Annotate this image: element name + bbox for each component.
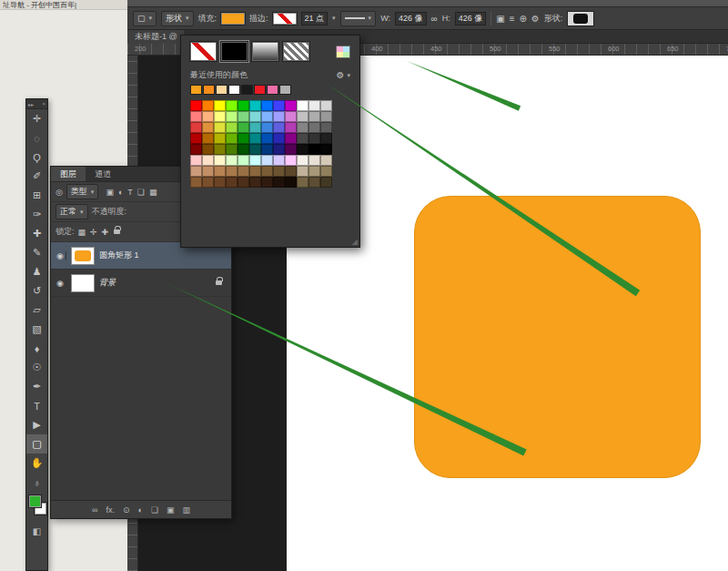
color-swatch[interactable]	[249, 144, 261, 155]
color-swatch[interactable]	[285, 122, 297, 133]
color-swatch[interactable]	[285, 155, 297, 166]
color-swatch[interactable]	[190, 100, 202, 111]
color-swatch[interactable]	[320, 155, 332, 166]
pixel-filter-icon[interactable]: ▣	[106, 188, 114, 197]
visibility-eye-icon[interactable]: ◉	[55, 251, 66, 260]
color-swatch[interactable]	[226, 144, 238, 155]
path-selection-tool[interactable]: ▶	[26, 415, 47, 434]
move-tool[interactable]: ✛	[26, 109, 47, 128]
color-swatch[interactable]	[261, 177, 273, 188]
color-swatch[interactable]	[273, 100, 285, 111]
layer-thumbnail[interactable]	[71, 274, 95, 292]
shape-filter-icon[interactable]: ❏	[137, 188, 145, 197]
tab-channels[interactable]: 通道	[86, 167, 120, 181]
color-swatch[interactable]	[249, 166, 261, 177]
resize-grip-icon[interactable]: ◢	[352, 238, 358, 246]
color-swatch[interactable]	[308, 155, 320, 166]
lock-all-icon[interactable]	[114, 229, 120, 234]
color-swatch[interactable]	[320, 177, 332, 188]
color-swatch[interactable]	[249, 100, 261, 111]
color-swatch[interactable]	[261, 111, 273, 122]
link-dimensions-icon[interactable]: ∞	[431, 14, 438, 24]
color-swatch[interactable]	[261, 155, 273, 166]
path-arrangement-icon[interactable]: ⊕	[519, 14, 526, 24]
color-swatch[interactable]	[320, 144, 332, 155]
new-group-icon[interactable]: ❏	[151, 505, 158, 515]
gradient-button[interactable]	[252, 42, 278, 61]
tool-preset-button[interactable]: ▢ ▾	[133, 11, 157, 26]
color-swatch[interactable]	[190, 166, 202, 177]
clone-stamp-tool[interactable]: ♟	[26, 262, 47, 281]
color-swatch[interactable]	[226, 133, 238, 144]
layer-style-icon[interactable]: fx.	[106, 505, 115, 515]
type-filter-icon[interactable]: T	[127, 188, 133, 197]
color-swatch[interactable]	[308, 177, 320, 188]
color-swatch[interactable]	[285, 166, 297, 177]
color-swatch[interactable]	[308, 166, 320, 177]
color-swatch[interactable]	[320, 100, 332, 111]
no-color-button[interactable]	[190, 42, 217, 61]
smart-object-filter-icon[interactable]: ▦	[149, 188, 157, 197]
foreground-color-swatch[interactable]	[29, 495, 41, 507]
color-swatch[interactable]	[214, 166, 226, 177]
pattern-button[interactable]	[283, 42, 309, 61]
color-swatch[interactable]	[273, 133, 285, 144]
color-swatch[interactable]	[190, 144, 202, 155]
custom-shape-preview[interactable]	[567, 11, 594, 26]
stroke-color-swatch[interactable]	[273, 13, 297, 25]
color-swatch[interactable]	[285, 144, 297, 155]
color-swatch[interactable]	[308, 111, 320, 122]
color-swatch[interactable]	[249, 177, 261, 188]
color-swatch[interactable]	[249, 122, 261, 133]
blend-mode-select[interactable]: 正常 ▾	[56, 204, 88, 219]
color-swatch[interactable]	[285, 111, 297, 122]
color-swatch[interactable]	[202, 100, 214, 111]
adjustment-filter-icon[interactable]: ◐	[118, 188, 123, 197]
recent-color-swatch[interactable]	[190, 85, 202, 95]
stroke-style-select[interactable]: ▾	[340, 11, 377, 26]
color-swatch[interactable]	[190, 177, 202, 188]
layer-row-background[interactable]: ◉ 背景	[51, 270, 231, 297]
lock-transparency-icon[interactable]: ▦	[78, 228, 86, 237]
path-alignment-icon[interactable]: ≡	[510, 14, 515, 24]
eyedropper-tool[interactable]: ✑	[26, 205, 47, 224]
color-swatch[interactable]	[273, 166, 285, 177]
zoom-tool[interactable]: ♁	[26, 473, 47, 492]
color-swatch[interactable]	[238, 100, 249, 111]
color-swatch[interactable]	[238, 155, 249, 166]
adjustment-layer-icon[interactable]: ◐	[137, 505, 142, 515]
tool-mode-select[interactable]: 形状 ▾	[161, 11, 194, 26]
new-layer-icon[interactable]: ▣	[167, 505, 175, 515]
color-swatch[interactable]	[297, 155, 308, 166]
browser-tab-title[interactable]: 址导航 - 开创中国百年|	[3, 0, 76, 10]
recent-color-swatch[interactable]	[279, 85, 291, 95]
color-swatch[interactable]	[297, 177, 308, 188]
eraser-tool[interactable]: ▱	[26, 301, 47, 320]
color-swatch[interactable]	[297, 111, 308, 122]
layer-name[interactable]: 背景	[99, 277, 116, 289]
height-input[interactable]: 426 像	[455, 12, 487, 25]
delete-layer-icon[interactable]: ▥	[183, 505, 191, 515]
path-operations-icon[interactable]: ▣	[496, 14, 504, 24]
color-swatch[interactable]	[261, 122, 273, 133]
color-swatch[interactable]	[249, 111, 261, 122]
color-swatch[interactable]	[297, 133, 308, 144]
color-swatch[interactable]	[202, 122, 214, 133]
color-swatch[interactable]	[238, 144, 249, 155]
color-swatch[interactable]	[214, 133, 226, 144]
shape-tool[interactable]: ▢	[26, 434, 47, 454]
color-swatch[interactable]	[202, 144, 214, 155]
tab-layers[interactable]: 图层	[51, 167, 86, 181]
color-swatch[interactable]	[297, 100, 308, 111]
color-swatch[interactable]	[261, 133, 273, 144]
color-swatch[interactable]	[285, 177, 297, 188]
color-swatch[interactable]	[226, 166, 238, 177]
stroke-width-input[interactable]: 21 点	[301, 12, 329, 25]
history-brush-tool[interactable]: ↺	[26, 281, 47, 301]
marquee-tool[interactable]: ◌	[26, 128, 47, 148]
color-swatch[interactable]	[190, 122, 202, 133]
color-swatch[interactable]	[249, 155, 261, 166]
visibility-eye-icon[interactable]: ◉	[55, 279, 66, 288]
color-swatch[interactable]	[226, 177, 238, 188]
color-swatch[interactable]	[308, 122, 320, 133]
